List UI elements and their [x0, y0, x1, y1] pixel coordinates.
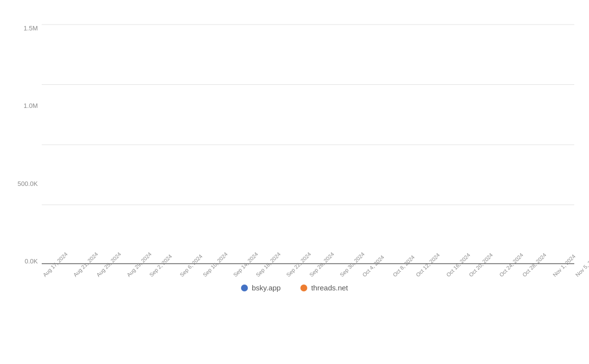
legend-bsky: bsky.app — [241, 284, 281, 292]
chart-container: 1.5M 1.0M 500.0K 0.0K Aug 17, 2024A — [0, 0, 589, 364]
y-label-500k: 500.0K — [15, 180, 42, 187]
chart-svg — [42, 25, 574, 265]
y-label-1.0m: 1.0M — [15, 102, 42, 109]
legend-bsky-label: bsky.app — [252, 284, 281, 292]
legend-bsky-dot — [241, 285, 248, 291]
legend-threads-dot — [300, 285, 307, 291]
y-label-0k: 0.0K — [15, 258, 42, 265]
y-label-1.5m: 1.5M — [15, 25, 42, 32]
legend-threads-label: threads.net — [311, 284, 348, 292]
chart-plot — [42, 25, 574, 265]
x-axis: Aug 17, 2024Aug 21, 2024Aug 25, 2024Aug … — [42, 265, 574, 280]
chart-legend: bsky.app threads.net — [15, 284, 574, 292]
y-axis: 1.5M 1.0M 500.0K 0.0K — [15, 25, 42, 280]
chart-area: 1.5M 1.0M 500.0K 0.0K Aug 17, 2024A — [15, 25, 574, 280]
legend-threads: threads.net — [300, 284, 348, 292]
